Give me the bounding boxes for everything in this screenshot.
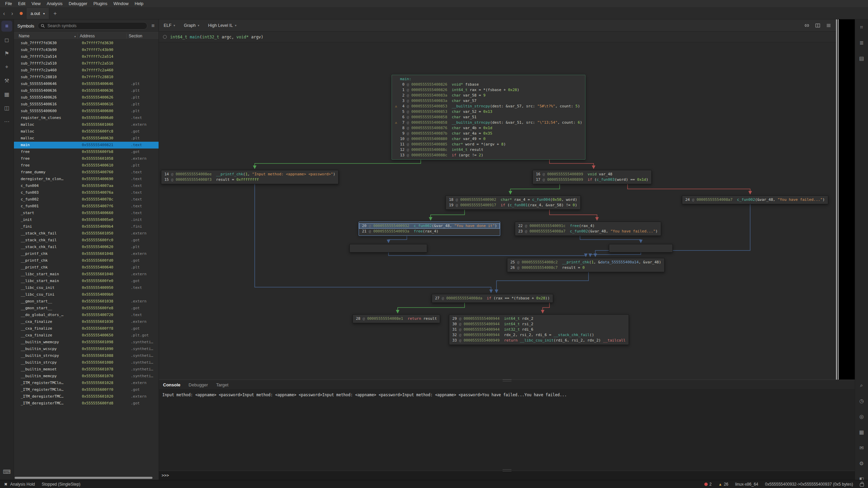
- graph-line[interactable]: 17 @ 0000555555400899 if (c_fun003(word)…: [533, 177, 651, 182]
- back-arrow-icon[interactable]: ‹: [0, 8, 8, 19]
- graph-line[interactable]: 33 @ 0000555555400949 return __libc_csu_…: [449, 338, 629, 343]
- graph-line[interactable]: 15 @ 00005555554008f3 result = 0xfffffff…: [161, 177, 338, 182]
- stop-analysis-icon[interactable]: ✖: [4, 482, 7, 487]
- graph-line[interactable]: 3 @ 000055555540083a char var_57: [392, 98, 585, 104]
- symbol-row[interactable]: free0x555555601058.extern: [14, 155, 159, 162]
- graph-line[interactable]: 0 @ 0000555555400826 void* fsbase: [392, 82, 585, 87]
- graph-line[interactable]: 11 @ 0000555555400885 char* word = *(arg…: [392, 142, 585, 147]
- symbol-row[interactable]: sub_7ffff7c2a5100x7ffff7c2a510: [14, 60, 159, 67]
- graph-node-main[interactable]: main: 0 @ 0000555555400826 void* fsbase …: [392, 75, 585, 160]
- symbol-row[interactable]: __libc_start_main0x555555600fe0.got: [14, 278, 159, 284]
- notifications-icon[interactable]: ✉: [856, 443, 867, 453]
- symbol-row[interactable]: sub_7ffff7c2a5140x7ffff7c2a514: [14, 53, 159, 60]
- symbol-row[interactable]: __cxa_finalize0x555555600ff8.got: [14, 325, 159, 332]
- terminal-icon[interactable]: ⌨: [1, 466, 12, 477]
- graph-line[interactable]: 31 @ 0000555555400944 int32_t rdi_6: [449, 327, 629, 332]
- history-icon[interactable]: ◷: [856, 396, 867, 406]
- symbol-row[interactable]: __do_global_dtors_…0x555555400720.text: [14, 312, 159, 318]
- graph-line[interactable]: 18 @ 0000555555400902 char* rax_4 = c_fu…: [446, 197, 580, 203]
- graph-line[interactable]: 22 @ 000055555540091c free(rax_4): [515, 223, 661, 229]
- symbols-menu-icon[interactable]: ≡: [151, 23, 155, 29]
- console-splitter-handle[interactable]: [503, 379, 511, 381]
- forward-arrow-icon[interactable]: ›: [8, 8, 16, 19]
- graph-node-b3[interactable]: 16 @ 0000555555400899 void var_4817 @ 00…: [532, 170, 652, 184]
- warning-count-badge[interactable]: ▲26: [718, 482, 728, 487]
- graph-line[interactable]: 29 @ 0000555555400944 int64_t rdx_2: [449, 316, 629, 321]
- symbol-row[interactable]: c_fun0010x5555554007f6.text: [14, 203, 159, 210]
- symbol-row[interactable]: _ITM_deregisterTMC…0x555555600fd8.got: [14, 400, 159, 407]
- stack-trace-icon[interactable]: ≣: [856, 38, 867, 48]
- function-signature[interactable]: int64_t main(int32_t argc, void* argv): [170, 35, 264, 39]
- symbol-row[interactable]: __libc_csu_fini0x5555554009b0: [14, 291, 159, 298]
- error-count-badge[interactable]: 2: [704, 482, 712, 487]
- symbol-row[interactable]: __builtin_wmemcpy0x555555601098.syntheti…: [14, 339, 159, 346]
- graph-line[interactable]: 32 @ 0000555555400944 rdx_2, rsi_2, rdi_…: [449, 332, 629, 338]
- hex-editor-icon[interactable]: ⌗: [856, 22, 867, 32]
- menu-analysis[interactable]: Analysis: [44, 1, 66, 6]
- graph-node-b11[interactable]: 29 @ 0000555555400944 int64_t rdx_230 @ …: [449, 314, 629, 345]
- graph-line[interactable]: 24 @ 00005555554008a7 c_fun002(&var_48, …: [682, 197, 828, 203]
- symbol-row[interactable]: __printf_chk0x555555400640.plt: [14, 264, 159, 271]
- graph-line[interactable]: 28 @ 00005555554008e1 return result: [353, 316, 440, 321]
- symbol-row[interactable]: __gmon_start__0x555555601038.extern: [14, 298, 159, 305]
- symbol-row[interactable]: __stack_chk_fail0x555555600fc0.got: [14, 237, 159, 244]
- symbols-icon[interactable]: ≡: [1, 21, 12, 32]
- symbol-row[interactable]: __builtin_strncpy0x555555601088.syntheti…: [14, 352, 159, 359]
- symbol-row[interactable]: __gmon_start__0x555555600fe8.got: [14, 305, 159, 312]
- graph-line[interactable]: 8 @ 0000555555400876 char var_4b = 0x1d: [392, 125, 585, 131]
- graph-node-empty2[interactable]: [609, 244, 673, 252]
- symbol-row[interactable]: c_fun0040x5555554007aa.text: [14, 182, 159, 189]
- graph-line[interactable]: 13 @ 000055555540088c if (argc != 2): [392, 153, 585, 158]
- graph-line[interactable]: 20 @ 0000555555400932 c_fun002(&var_48, …: [359, 223, 500, 229]
- symbol-row[interactable]: sub_7ffff7c288100x7ffff7c28810: [14, 74, 159, 81]
- symbol-row[interactable]: c_fun0020x55555540078c.text: [14, 196, 159, 203]
- memory-view-icon[interactable]: ▦: [856, 427, 867, 437]
- link-view-icon[interactable]: [804, 23, 810, 28]
- feature-map[interactable]: [836, 19, 855, 380]
- graph-node-b9[interactable]: 27 @ 00005555554008da if (rax == *(fsbas…: [432, 294, 553, 303]
- symbol-row[interactable]: __libc_csu_init0x555555400950.text: [14, 284, 159, 291]
- graph-canvas[interactable]: main: 0 @ 0000555555400826 void* fsbase …: [159, 42, 836, 380]
- symbol-row[interactable]: _start0x555555400660.text: [14, 210, 159, 216]
- mini-graph-icon[interactable]: ◫: [1, 102, 12, 113]
- symbol-row[interactable]: __stack_chk_fail0x555555400620.plt: [14, 244, 159, 250]
- menu-edit[interactable]: Edit: [15, 1, 29, 6]
- graph-node-b4[interactable]: 18 @ 0000555555400902 char* rax_4 = c_fu…: [446, 195, 581, 210]
- graph-line[interactable]: 26 @ 00005555554008c7 result = 0: [507, 265, 664, 271]
- debugger-icon[interactable]: ⚒: [1, 75, 12, 86]
- prompt-splitter-handle[interactable]: [503, 469, 511, 471]
- symbol-row[interactable]: deregister_tm_clon…0x555555400690.text: [14, 176, 159, 182]
- graph-line[interactable]: 14 @ 00005555554008ee __printf_chk(1, "I…: [161, 172, 338, 177]
- symbol-row[interactable]: __builtin_wcscpy0x555555601090.syntheti…: [14, 346, 159, 352]
- symbol-row[interactable]: malloc0x555555601060.extern: [14, 121, 159, 128]
- symbol-search-box[interactable]: [38, 22, 147, 30]
- symbol-row[interactable]: free0x555555600fb8.got: [14, 149, 159, 155]
- graph-line[interactable]: 1 @ 0000555555400826 int64_t rax = *(fsb…: [392, 87, 585, 93]
- graph-node-b7[interactable]: 22 @ 000055555540091c free(rax_4)23 @ 00…: [515, 222, 661, 236]
- view-il-selector[interactable]: High Level IL▾: [208, 23, 237, 28]
- graph-node-empty1[interactable]: [349, 244, 427, 252]
- hscrollbar-thumb[interactable]: [15, 477, 152, 479]
- view-menu-icon[interactable]: [826, 23, 831, 28]
- graph-node-b10[interactable]: 28 @ 00005555554008e1 return result: [352, 314, 440, 323]
- function-marker-icon[interactable]: [163, 35, 167, 39]
- symbol-row[interactable]: _init0x5555554005e0.init: [14, 216, 159, 223]
- symbol-row[interactable]: __cxa_finalize0x555555400650.plt.got: [14, 332, 159, 339]
- graph-line[interactable]: 16 @ 0000555555400899 void var_48: [533, 172, 651, 177]
- graph-line[interactable]: 9 @ 000055555540087b char var_4a = 0x35: [392, 131, 585, 136]
- symbol-row[interactable]: register_tm_clones0x5555554006d0.text: [14, 115, 159, 121]
- symbol-row[interactable]: __cxa_finalize0x555555601030.extern: [14, 318, 159, 325]
- graph-line[interactable]: 19 @ 0000555555400917 if (c_fun001(rax_4…: [446, 203, 580, 208]
- symbol-row[interactable]: frame_dummy0x555555400760.text: [14, 169, 159, 176]
- symbol-row[interactable]: __printf_chk0x555555601048.extern: [14, 250, 159, 257]
- graph-line[interactable]: 27 @ 00005555554008da if (rax == *(fsbas…: [432, 296, 553, 301]
- symbol-row[interactable]: sub_7ffff7c2a4600x7ffff7c2a460: [14, 67, 159, 74]
- symbol-row[interactable]: sub_5555554006160x555555400616.plt: [14, 101, 159, 108]
- column-header-name[interactable]: Name▴: [14, 34, 77, 38]
- symbol-row[interactable]: _fini0x5555554009b4.fini: [14, 223, 159, 230]
- memory-map-icon[interactable]: ⌖: [1, 62, 12, 72]
- more-views-icon[interactable]: ⋯: [1, 116, 12, 127]
- graph-line[interactable]: ⚠ 7 @ 0000555555400858 __builtin_strncpy…: [392, 120, 585, 125]
- lock-icon[interactable]: [860, 483, 864, 487]
- graph-line[interactable]: 30 @ 0000555555400944 int64_t rsi_2: [449, 321, 629, 327]
